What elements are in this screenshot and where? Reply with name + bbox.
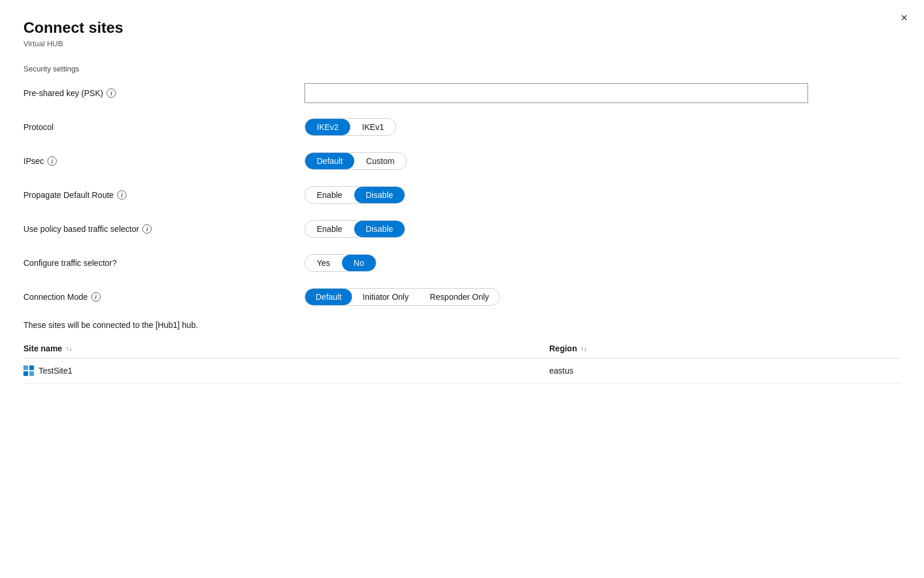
connection-mode-responder-button[interactable]: Responder Only [419,289,499,305]
propagate-enable-button[interactable]: Enable [305,187,354,203]
policy-disable-button[interactable]: Disable [354,221,405,237]
table-row: TestSite1 eastus [23,358,901,384]
policy-toggle-group: Enable Disable [304,220,405,238]
connection-mode-label: Connection Mode i [23,292,304,302]
site-name-sort-icon[interactable]: ↑↓ [66,345,72,352]
protocol-toggle-group: IKEv2 IKEv1 [304,118,396,136]
propagate-toggle-group: Enable Disable [304,186,405,204]
connection-mode-toggle-group: Default Initiator Only Responder Only [304,288,500,306]
protocol-ikev1-button[interactable]: IKEv1 [350,119,395,135]
propagate-label: Propagate Default Route i [23,190,304,200]
psk-row: Pre-shared key (PSK) i [23,83,901,104]
protocol-ikev2-button[interactable]: IKEv2 [305,119,350,135]
security-settings-label: Security settings [23,64,901,73]
policy-info-icon[interactable]: i [142,224,152,234]
ipsec-row: IPsec i Default Custom [23,151,901,172]
connection-mode-row: Connection Mode i Default Initiator Only… [23,286,901,307]
psk-info-icon[interactable]: i [107,88,116,98]
traffic-selector-label: Configure traffic selector? [23,258,304,268]
close-button[interactable]: × [901,12,908,23]
connection-mode-initiator-button[interactable]: Initiator Only [352,289,419,305]
col-region-header: Region ↑↓ [549,344,901,353]
connection-mode-default-button[interactable]: Default [305,289,352,305]
cell-region: eastus [549,366,901,375]
ipsec-default-button[interactable]: Default [305,153,354,169]
ipsec-info-icon[interactable]: i [47,156,57,166]
psk-input[interactable] [304,83,808,103]
panel-title: Connect sites [23,19,901,37]
traffic-selector-row: Configure traffic selector? Yes No [23,252,901,273]
psk-label: Pre-shared key (PSK) i [23,88,304,98]
protocol-label: Protocol [23,122,304,132]
protocol-row: Protocol IKEv2 IKEv1 [23,117,901,138]
propagate-row: Propagate Default Route i Enable Disable [23,184,901,206]
ipsec-toggle-group: Default Custom [304,152,407,170]
hub-info-text: These sites will be connected to the [Hu… [23,320,901,330]
traffic-selector-no-button[interactable]: No [342,255,376,271]
col-site-name-header: Site name ↑↓ [23,344,549,353]
policy-label: Use policy based traffic selector i [23,224,304,234]
propagate-disable-button[interactable]: Disable [354,187,405,203]
table-header: Site name ↑↓ Region ↑↓ [23,344,901,358]
panel-subtitle: Virtual HUB [23,39,901,48]
policy-enable-button[interactable]: Enable [305,221,354,237]
ipsec-custom-button[interactable]: Custom [354,153,406,169]
region-sort-icon[interactable]: ↑↓ [580,345,587,352]
connection-mode-info-icon[interactable]: i [91,292,101,302]
cell-site-name: TestSite1 [23,365,549,376]
connect-sites-panel: × Connect sites Virtual HUB Security set… [0,0,924,578]
sites-table: Site name ↑↓ Region ↑↓ TestSite1 eastus [23,344,901,384]
vpn-site-icon [23,365,34,376]
policy-row: Use policy based traffic selector i Enab… [23,218,901,240]
ipsec-label: IPsec i [23,156,304,166]
traffic-selector-yes-button[interactable]: Yes [305,255,342,271]
traffic-selector-toggle-group: Yes No [304,254,377,272]
propagate-info-icon[interactable]: i [117,190,126,200]
